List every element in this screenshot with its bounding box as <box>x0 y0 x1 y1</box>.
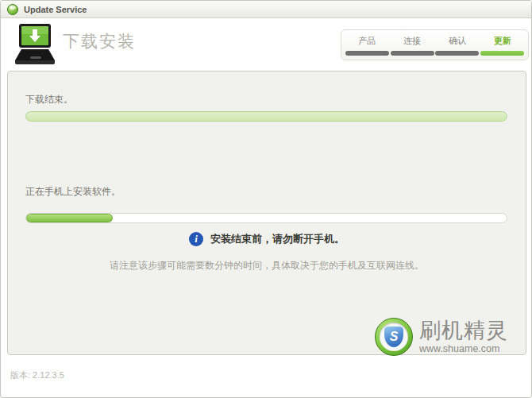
info-icon <box>189 232 203 246</box>
shuame-logo-icon <box>375 318 413 356</box>
shield-s-icon <box>384 327 403 347</box>
title-bar[interactable]: Update Service <box>1 1 531 18</box>
step-bar <box>391 51 434 56</box>
wizard-steps: 产品 连接 确认 更新 <box>341 29 529 60</box>
step-connect: 连接 <box>391 35 434 56</box>
shuame-branding[interactable]: 刷机精灵 www.shuame.com <box>375 318 508 356</box>
notice-row: 安装结束前，请勿断开手机。 <box>8 232 526 246</box>
notice-detail: 请注意该步骤可能需要数分钟的时间，具体取决于您的手机及互联网连线。 <box>8 259 526 272</box>
laptop-download-icon <box>12 23 58 69</box>
step-label: 更新 <box>480 35 524 47</box>
brand-url[interactable]: www.shuame.com <box>419 344 508 354</box>
step-bar <box>480 51 524 56</box>
step-confirm: 确认 <box>435 35 479 56</box>
download-progress-bar <box>25 111 507 122</box>
shuame-logo-inner <box>380 323 408 351</box>
step-label: 确认 <box>435 35 479 47</box>
main-panel: 下载结束。 正在手机上安装软件。 安装结束前，请勿断开手机。 请注意该步骤可能需… <box>7 71 526 355</box>
step-label: 产品 <box>345 35 389 47</box>
update-service-window: Update Service 下载安装 产品 连接 <box>0 0 532 398</box>
notice-title: 安装结束前，请勿断开手机。 <box>210 232 345 246</box>
install-status-text: 正在手机上安装软件。 <box>25 185 121 199</box>
step-bar <box>345 51 389 56</box>
step-update: 更新 <box>480 35 524 56</box>
install-progress-fill <box>26 214 113 222</box>
version-label: 版本: 2.12.3.5 <box>10 369 64 381</box>
step-label: 连接 <box>391 35 434 47</box>
step-product: 产品 <box>345 35 389 56</box>
window-title: Update Service <box>24 5 87 14</box>
download-status-text: 下载结束。 <box>25 93 73 106</box>
brand-name: 刷机精灵 <box>419 320 508 342</box>
install-progress-bar <box>25 213 507 223</box>
header: 下载安装 产品 连接 确认 更新 <box>1 18 531 71</box>
app-logo-icon <box>7 4 18 15</box>
page-title: 下载安装 <box>63 30 136 52</box>
step-bar <box>435 51 479 56</box>
